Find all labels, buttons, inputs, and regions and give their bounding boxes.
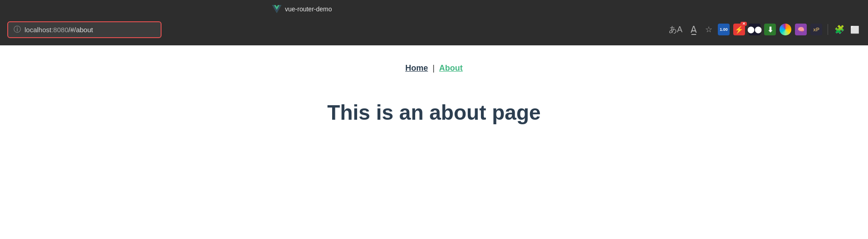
browser-chrome: vue-router-demo ⓘ localhost:8080/#/about… (0, 0, 868, 45)
split-view-icon[interactable]: ⬜ (849, 24, 861, 35)
address-bar[interactable]: ⓘ localhost:8080/#/about (7, 21, 162, 38)
extension-7-icon[interactable]: xP (810, 24, 822, 35)
address-host: localhost (25, 26, 51, 34)
extension-1-icon[interactable]: 1.00 (718, 24, 730, 35)
translate-icon[interactable]: あA (669, 24, 682, 35)
address-bar-row: ⓘ localhost:8080/#/about あA A̲ ☆ 1.00 ⚡ … (0, 18, 868, 41)
ext-1-label: 1.00 (720, 27, 728, 32)
extension-5-icon[interactable] (780, 24, 791, 35)
ext-2-label: ⚡ (735, 25, 744, 34)
address-text: localhost:8080/#/about (25, 26, 93, 34)
ext-3-label: ⬤⬤ (747, 26, 762, 33)
ext-7-label: xP (813, 27, 819, 32)
vue-logo-icon (272, 5, 281, 13)
ext-4-label: ⬇ (767, 25, 773, 34)
split-label: ⬜ (850, 25, 859, 34)
page-heading: This is an about page (327, 100, 540, 125)
extension-4-icon[interactable]: ⬇ (764, 24, 776, 35)
ext-2-badge: ✕ (740, 22, 747, 26)
ext-6-label: 🧠 (798, 26, 804, 33)
extensions-divider (828, 24, 828, 35)
puzzle-label: 🧩 (834, 24, 844, 34)
tab-title: vue-router-demo (272, 5, 332, 13)
extension-2-icon[interactable]: ⚡ ✕ (733, 24, 745, 35)
bookmark-icon[interactable]: ☆ (705, 24, 712, 34)
reader-mode-icon[interactable]: A̲ (691, 24, 697, 35)
address-path: /#/about (69, 26, 93, 34)
extensions-bar: 1.00 ⚡ ✕ ⬤⬤ ⬇ 🧠 xP 🧩 (718, 24, 861, 35)
extension-3-icon[interactable]: ⬤⬤ (749, 24, 760, 35)
page-content: Home | About This is an about page (0, 45, 868, 239)
nav-links: Home | About (405, 63, 463, 73)
extensions-puzzle-icon[interactable]: 🧩 (834, 24, 845, 35)
tab-title-text: vue-router-demo (285, 5, 332, 13)
extension-6-icon[interactable]: 🧠 (795, 24, 807, 35)
tab-bar: vue-router-demo (0, 0, 868, 18)
info-icon: ⓘ (14, 25, 21, 34)
nav-home-link[interactable]: Home (405, 63, 428, 73)
address-port: :8080 (51, 26, 69, 34)
nav-about-link[interactable]: About (439, 63, 463, 73)
toolbar-icons: あA A̲ ☆ (669, 24, 712, 35)
nav-separator: | (432, 63, 435, 73)
